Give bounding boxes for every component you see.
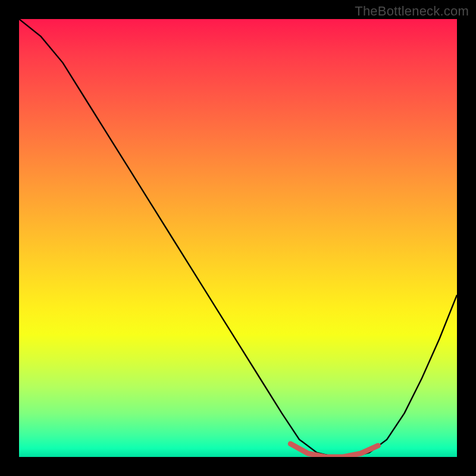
chart-frame: TheBottleneck.com [0, 0, 476, 476]
plot-area [19, 19, 457, 457]
watermark-text: TheBottleneck.com [355, 4, 469, 19]
chart-svg [19, 19, 457, 457]
bottleneck-curve [19, 19, 457, 457]
trough-highlight [290, 444, 378, 457]
